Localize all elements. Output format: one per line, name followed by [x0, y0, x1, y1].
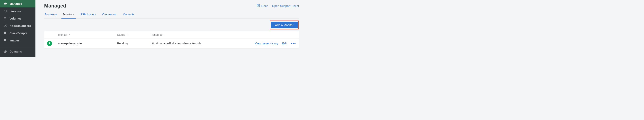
tab-monitors[interactable]: Monitors — [63, 11, 74, 18]
sidebar: Managed Linodes Volumes NodeBalancers — [0, 0, 36, 57]
svg-point-3 — [4, 26, 4, 27]
view-issue-history-link[interactable]: View Issue History — [255, 42, 278, 45]
sidebar-item-volumes[interactable]: Volumes — [0, 15, 36, 22]
edit-link[interactable]: Edit — [282, 42, 287, 45]
sidebar-item-label: Domains — [10, 50, 22, 53]
row-status: Pending — [117, 42, 151, 45]
drive-icon — [3, 16, 7, 20]
col-resource[interactable]: Resource — [151, 33, 253, 36]
svg-point-1 — [4, 25, 4, 25]
main-content: Managed Docs Open Support Ticket Summary… — [36, 0, 308, 57]
add-monitor-highlight: Add a Monitor — [270, 21, 299, 29]
hourglass-icon — [47, 41, 52, 46]
sidebar-item-stackscripts[interactable]: StackScripts — [0, 29, 36, 37]
cube-icon — [3, 9, 7, 13]
script-icon — [3, 31, 7, 35]
col-monitor-label: Monitor — [58, 33, 67, 36]
nodebalancer-icon — [3, 24, 7, 28]
docs-link[interactable]: Docs — [256, 4, 268, 8]
sidebar-item-label: StackScripts — [10, 31, 27, 35]
sidebar-item-domains[interactable]: Domains — [0, 48, 36, 55]
svg-point-2 — [6, 25, 6, 25]
globe-icon — [3, 49, 7, 53]
tab-credentials[interactable]: Credentials — [102, 11, 117, 18]
sidebar-item-label: Volumes — [10, 17, 22, 20]
sidebar-item-label: Managed — [10, 2, 22, 5]
images-icon — [3, 38, 7, 42]
sidebar-item-nodebalancers[interactable]: NodeBalancers — [0, 22, 36, 29]
tab-ssh-access[interactable]: SSH Access — [80, 11, 96, 18]
action-bar: Add a Monitor — [44, 19, 299, 31]
sort-asc-icon — [68, 33, 71, 36]
docs-icon — [256, 4, 260, 8]
sidebar-item-label: NodeBalancers — [10, 24, 31, 28]
col-monitor[interactable]: Monitor — [58, 33, 117, 36]
sidebar-item-linodes[interactable]: Linodes — [0, 8, 36, 15]
more-actions-icon[interactable]: ••• — [291, 42, 296, 45]
tab-contacts[interactable]: Contacts — [123, 11, 135, 18]
col-status[interactable]: Status — [117, 33, 151, 36]
open-support-ticket-link[interactable]: Open Support Ticket — [272, 4, 299, 8]
docs-label: Docs — [261, 4, 268, 8]
row-resource: http://managed1.docteamdemosite.club — [151, 42, 253, 45]
tabs: Summary Monitors SSH Access Credentials … — [44, 11, 299, 19]
table-row: managed-example Pending http://managed1.… — [44, 39, 299, 48]
sort-icon — [126, 33, 128, 36]
row-monitor-name: managed-example — [58, 42, 117, 45]
sort-icon — [164, 33, 166, 36]
sidebar-spacer — [0, 44, 36, 48]
cloud-icon — [3, 2, 7, 6]
sidebar-item-label: Images — [10, 39, 20, 42]
add-monitor-button[interactable]: Add a Monitor — [271, 22, 298, 28]
page-title: Managed — [44, 3, 66, 9]
col-resource-label: Resource — [151, 33, 162, 36]
sidebar-item-managed[interactable]: Managed — [0, 0, 36, 7]
sidebar-item-images[interactable]: Images — [0, 37, 36, 44]
row-actions: View Issue History Edit ••• — [253, 42, 296, 45]
svg-point-4 — [6, 26, 6, 27]
page-header: Managed Docs Open Support Ticket — [44, 3, 299, 9]
monitors-table: Monitor Status Resource — [44, 31, 299, 49]
header-links: Docs Open Support Ticket — [256, 4, 299, 8]
table-header-row: Monitor Status Resource — [44, 31, 299, 39]
tab-summary[interactable]: Summary — [44, 11, 57, 18]
col-status-label: Status — [117, 33, 125, 36]
row-status-indicator — [47, 41, 58, 46]
sidebar-item-label: Linodes — [10, 10, 21, 13]
